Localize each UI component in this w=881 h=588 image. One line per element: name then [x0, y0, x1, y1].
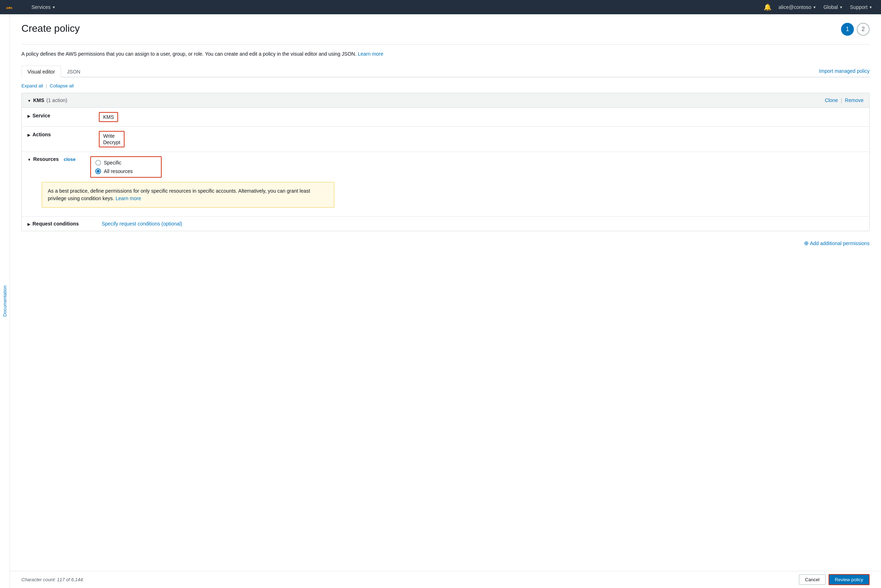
service-row: Service KMS: [22, 108, 869, 127]
header-divider: [21, 44, 870, 45]
services-chevron-icon: ▼: [52, 5, 56, 9]
region-menu[interactable]: Global ▼: [821, 3, 846, 11]
top-nav: aws Services ▼ 🔔 alice@contoso ▼ Global …: [0, 0, 881, 14]
tab-json[interactable]: JSON: [61, 66, 86, 77]
add-permissions-section: ⊕ Add additional permissions: [21, 240, 870, 246]
actions-value: Write Decrypt: [99, 131, 125, 147]
services-nav[interactable]: Services ▼: [29, 3, 59, 11]
service-value: KMS: [99, 112, 118, 122]
warning-box: As a best practice, define permissions f…: [42, 182, 334, 208]
req-conditions-expand-icon[interactable]: [27, 221, 30, 226]
user-menu[interactable]: alice@contoso ▼: [776, 3, 819, 11]
all-resources-radio-option[interactable]: All resources: [95, 168, 157, 174]
expand-all-link[interactable]: Expand all: [21, 83, 43, 88]
support-chevron-icon: ▼: [869, 5, 872, 9]
page-header: Create policy 1 2: [21, 23, 870, 36]
editor-tabs: Visual editor JSON Import managed policy: [21, 65, 870, 77]
actions-row: Actions Write Decrypt: [22, 127, 869, 152]
resources-close-link[interactable]: close: [64, 157, 76, 162]
policy-block-header: KMS (1 action) Clone | Remove: [22, 93, 869, 108]
warning-learn-more-link[interactable]: Learn more: [116, 195, 141, 201]
learn-more-link[interactable]: Learn more: [358, 51, 384, 57]
req-conditions-label: Request conditions: [27, 221, 99, 226]
actions-list: Write Decrypt: [103, 133, 120, 145]
resources-options: Specific All resources: [90, 156, 162, 178]
bell-icon[interactable]: 🔔: [764, 3, 771, 11]
service-label: Service: [27, 112, 99, 118]
policy-block-title: KMS (1 action): [27, 98, 67, 103]
doc-sidebar[interactable]: Documentation: [0, 14, 10, 571]
resources-label: Resources close: [27, 156, 84, 162]
tab-visual-editor[interactable]: Visual editor: [21, 66, 61, 77]
policy-block-kms: KMS (1 action) Clone | Remove Service KM…: [21, 93, 870, 231]
user-chevron-icon: ▼: [813, 5, 816, 9]
steps-indicator: 1 2: [841, 23, 870, 36]
expand-collapse-controls: Expand all | Collapse all: [21, 83, 870, 88]
specify-conditions-link[interactable]: Specify request conditions (optional): [102, 221, 182, 226]
service-expand-icon[interactable]: [27, 113, 30, 118]
plus-icon: ⊕: [804, 240, 809, 246]
resources-row: Resources close Specific All resources A: [22, 152, 869, 217]
import-managed-policy-link[interactable]: Import managed policy: [819, 68, 870, 74]
step-1: 1: [841, 23, 854, 36]
all-resources-radio[interactable]: [95, 168, 101, 174]
nav-right: 🔔 alice@contoso ▼ Global ▼ Support ▼: [764, 3, 875, 11]
remove-link[interactable]: Remove: [845, 98, 863, 103]
block-collapse-icon[interactable]: [27, 98, 31, 103]
main-content: Create policy 1 2 A policy defines the A…: [10, 14, 881, 571]
specific-radio-option[interactable]: Specific: [95, 160, 157, 165]
doc-sidebar-label[interactable]: Documentation: [2, 285, 8, 316]
request-conditions-row: Request conditions Specify request condi…: [22, 217, 869, 231]
add-permissions-link[interactable]: ⊕ Add additional permissions: [804, 240, 870, 246]
svg-text:aws: aws: [6, 6, 12, 10]
aws-logo: aws: [6, 3, 20, 11]
actions-label: Actions: [27, 131, 99, 137]
region-chevron-icon: ▼: [839, 5, 843, 9]
support-menu[interactable]: Support ▼: [847, 3, 875, 11]
specific-radio[interactable]: [95, 160, 101, 165]
policy-block-actions: Clone | Remove: [825, 98, 863, 103]
collapse-all-link[interactable]: Collapse all: [50, 83, 74, 88]
page-description: A policy defines the AWS permissions tha…: [21, 50, 870, 58]
page-title: Create policy: [21, 23, 80, 34]
step-2: 2: [857, 23, 870, 36]
resources-collapse-icon[interactable]: [27, 156, 31, 162]
clone-link[interactable]: Clone: [825, 98, 838, 103]
actions-expand-icon[interactable]: [27, 132, 30, 137]
